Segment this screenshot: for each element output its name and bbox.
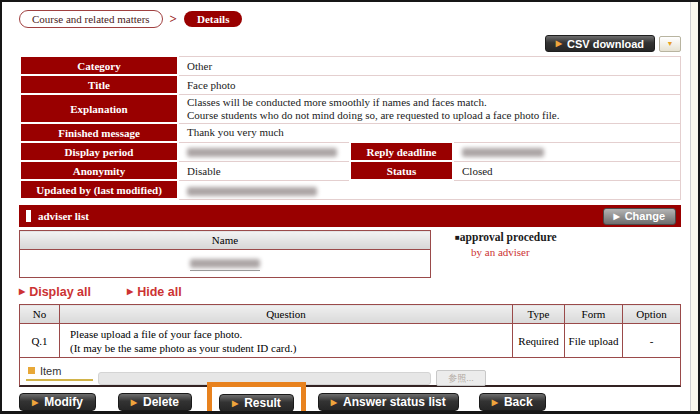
status-label: Status [350, 161, 453, 180]
orange-square-icon [28, 367, 35, 374]
play-arrow-icon: ▶ [131, 398, 137, 407]
hide-all-link[interactable]: ▶ Hide all [127, 284, 182, 299]
breadcrumb-details-badge: Details [184, 11, 242, 27]
section-bar-icon [26, 210, 31, 222]
adviser-name-cell [20, 250, 431, 278]
breadcrumb-separator-icon: > [170, 11, 177, 27]
question-option: - [623, 324, 681, 358]
details-page: Course and related matters > Details ▶ C… [0, 0, 700, 414]
display-period-label: Display period [20, 142, 178, 161]
display-period-value [178, 142, 350, 161]
play-arrow-icon: ▶ [232, 399, 238, 408]
display-all-link[interactable]: ▶ Display all [19, 284, 91, 299]
breadcrumb-course-button[interactable]: Course and related matters [19, 10, 163, 28]
item-section: Item 参照... [19, 358, 681, 387]
status-value: Closed [453, 161, 681, 180]
result-button[interactable]: ▶ Result [219, 394, 294, 412]
change-button-label: Change [625, 210, 665, 222]
finished-message-label: Finished message [20, 123, 178, 142]
explanation-value: Classes will be conducted more smoothly … [178, 94, 681, 123]
play-arrow-icon: ▶ [492, 398, 498, 407]
anonymity-value: Disable [178, 161, 350, 180]
col-header-question: Question [60, 305, 513, 324]
list-controls: ▶ Display all ▶ Hide all [19, 284, 681, 299]
col-header-option: Option [623, 305, 681, 324]
adviser-list-title: adviser list [38, 210, 89, 222]
title-value: Face photo [178, 75, 681, 94]
csv-download-label: CSV download [567, 38, 644, 50]
breadcrumb: Course and related matters > Details [19, 10, 681, 28]
survey-details-table: Category Other Title Face photo Explanat… [19, 55, 681, 200]
result-highlight-annotation: ▶ Result [207, 382, 306, 414]
csv-download-button[interactable]: ▶ CSV download [545, 35, 655, 52]
name-column-header: Name [20, 231, 431, 250]
play-arrow-icon: ▶ [19, 287, 25, 296]
play-arrow-icon: ▶ [127, 287, 133, 296]
answer-status-list-button[interactable]: ▶ Answer status list [318, 393, 459, 411]
reply-deadline-value [453, 142, 681, 161]
csv-toolbar: ▶ CSV download ▼ [19, 35, 681, 52]
col-header-form: Form [565, 305, 623, 324]
play-arrow-icon: ▶ [32, 398, 38, 407]
approval-procedure-title: ■approval procedure [455, 231, 557, 243]
csv-dropdown-button[interactable]: ▼ [659, 36, 681, 52]
approval-procedure-block: ■approval procedure by an adviser [455, 231, 557, 278]
question-text: Please upload a file of your face photo.… [60, 324, 513, 358]
reply-deadline-label: Reply deadline [350, 142, 453, 161]
chevron-down-icon: ▼ [667, 40, 674, 47]
category-label: Category [20, 56, 178, 75]
col-header-type: Type [513, 305, 565, 324]
col-header-no: No [20, 305, 60, 324]
approval-by-adviser-link[interactable]: by an adviser [471, 246, 557, 258]
browse-button[interactable]: 参照... [436, 370, 486, 386]
question-form: File upload [565, 324, 623, 358]
delete-button[interactable]: ▶ Delete [118, 393, 192, 411]
category-value: Other [178, 56, 681, 75]
adviser-list-bar: adviser list ▶ Change [19, 205, 681, 227]
item-label: Item [26, 365, 93, 381]
modify-button[interactable]: ▶ Modify [19, 393, 96, 411]
finished-message-value: Thank you very much [178, 123, 681, 142]
question-no: Q.1 [20, 324, 60, 358]
adviser-name-link[interactable] [190, 257, 260, 271]
play-arrow-icon: ▶ [556, 39, 562, 48]
anonymity-label: Anonymity [20, 161, 178, 180]
question-type: Required [513, 324, 565, 358]
question-row: Q.1 Please upload a file of your face ph… [20, 324, 681, 358]
updated-by-label: Updated by (last modified) [20, 180, 178, 199]
title-label: Title [20, 75, 178, 94]
play-arrow-icon: ▶ [614, 212, 620, 221]
back-button[interactable]: ▶ Back [479, 393, 546, 411]
explanation-label: Explanation [20, 94, 178, 123]
play-arrow-icon: ▶ [331, 398, 337, 407]
question-table: No Question Type Form Option Q.1 Please … [19, 304, 681, 358]
change-button[interactable]: ▶ Change [603, 208, 677, 225]
adviser-name-table: Name [19, 230, 431, 278]
updated-by-value [178, 180, 681, 199]
action-button-bar: ▶ Modify ▶ Delete ▶ Result ▶ Answer stat… [19, 392, 681, 412]
